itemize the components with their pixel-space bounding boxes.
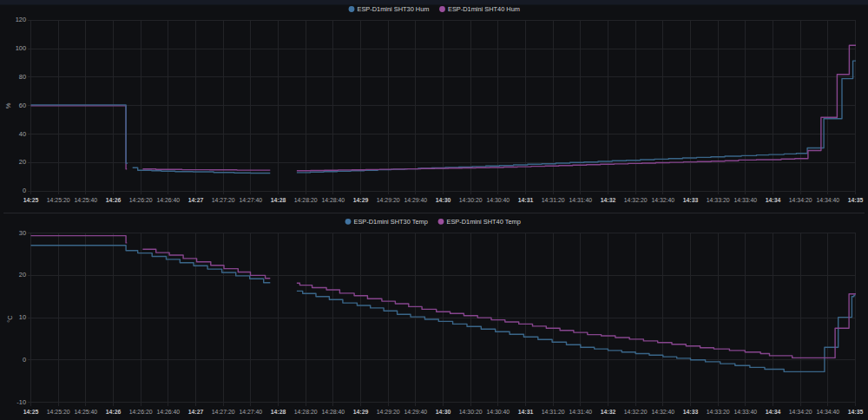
svg-text:14:32:20: 14:32:20 <box>624 197 648 203</box>
svg-text:14:29: 14:29 <box>353 409 369 415</box>
svg-text:14:34:40: 14:34:40 <box>816 409 839 415</box>
svg-text:14:30:40: 14:30:40 <box>486 409 510 415</box>
svg-text:14:29:40: 14:29:40 <box>404 197 427 203</box>
svg-text:14:29:20: 14:29:20 <box>377 409 400 415</box>
svg-text:14:32: 14:32 <box>601 197 616 203</box>
svg-text:14:33:20: 14:33:20 <box>707 409 730 415</box>
svg-text:14:28:20: 14:28:20 <box>294 409 318 415</box>
svg-text:14:33:20: 14:33:20 <box>707 197 730 203</box>
svg-text:14:27:20: 14:27:20 <box>212 197 235 203</box>
svg-text:14:31: 14:31 <box>518 409 534 415</box>
svg-text:14:30:20: 14:30:20 <box>459 409 483 415</box>
svg-text:14:35: 14:35 <box>848 409 864 415</box>
svg-text:14:33: 14:33 <box>683 197 699 203</box>
svg-text:14:33:40: 14:33:40 <box>733 409 757 415</box>
svg-text:14:32:40: 14:32:40 <box>651 197 674 203</box>
svg-text:14:31:40: 14:31:40 <box>569 409 592 415</box>
svg-text:10: 10 <box>19 313 26 321</box>
svg-text:14:34:20: 14:34:20 <box>789 197 812 203</box>
svg-text:14:25: 14:25 <box>23 409 39 415</box>
svg-text:14:26:40: 14:26:40 <box>156 197 180 203</box>
svg-text:14:25: 14:25 <box>23 197 39 203</box>
svg-text:14:30: 14:30 <box>436 197 451 203</box>
svg-text:14:26:20: 14:26:20 <box>129 197 153 203</box>
svg-text:14:27: 14:27 <box>188 197 204 203</box>
svg-text:14:26: 14:26 <box>106 197 122 203</box>
svg-text:14:27:20: 14:27:20 <box>212 409 235 415</box>
svg-text:14:25:40: 14:25:40 <box>74 197 97 203</box>
svg-text:14:31:40: 14:31:40 <box>569 197 592 203</box>
svg-text:14:32:40: 14:32:40 <box>651 409 674 415</box>
svg-text:-10: -10 <box>16 398 26 406</box>
svg-text:14:29: 14:29 <box>353 197 369 203</box>
svg-text:14:25:40: 14:25:40 <box>74 409 97 415</box>
svg-text:ESP-D1mini SHT40 Temp: ESP-D1mini SHT40 Temp <box>447 218 521 226</box>
svg-text:%: % <box>4 102 12 108</box>
svg-text:14:28:40: 14:28:40 <box>321 409 345 415</box>
svg-text:100: 100 <box>16 44 26 52</box>
svg-text:14:28:20: 14:28:20 <box>294 197 318 203</box>
svg-text:°C: °C <box>6 315 14 323</box>
svg-text:14:28: 14:28 <box>271 197 286 203</box>
svg-text:14:27: 14:27 <box>188 409 204 415</box>
svg-text:14:33:40: 14:33:40 <box>733 197 757 203</box>
svg-text:14:35: 14:35 <box>848 197 864 203</box>
svg-text:60: 60 <box>19 102 26 109</box>
svg-text:ESP-D1mini SHT30 Hum: ESP-D1mini SHT30 Hum <box>358 5 430 13</box>
svg-text:120: 120 <box>16 16 26 23</box>
svg-text:14:26:20: 14:26:20 <box>129 409 153 415</box>
svg-text:80: 80 <box>19 73 26 81</box>
svg-text:14:27:40: 14:27:40 <box>239 409 262 415</box>
svg-text:0: 0 <box>23 187 26 194</box>
svg-text:ESP-D1mini SHT40 Hum: ESP-D1mini SHT40 Hum <box>448 5 520 13</box>
svg-text:14:25:20: 14:25:20 <box>47 197 70 203</box>
svg-text:14:34: 14:34 <box>766 409 781 415</box>
svg-text:30: 30 <box>19 229 26 237</box>
svg-text:14:33: 14:33 <box>683 409 699 415</box>
svg-text:14:28:40: 14:28:40 <box>321 197 345 203</box>
svg-text:14:34:40: 14:34:40 <box>816 197 839 203</box>
svg-text:14:34: 14:34 <box>766 197 781 203</box>
svg-text:14:25:20: 14:25:20 <box>47 409 70 415</box>
svg-text:14:31: 14:31 <box>518 197 534 203</box>
svg-text:40: 40 <box>19 130 26 138</box>
svg-text:14:31:20: 14:31:20 <box>542 409 565 415</box>
svg-text:14:29:20: 14:29:20 <box>377 197 400 203</box>
svg-text:14:34:20: 14:34:20 <box>789 409 812 415</box>
svg-text:14:30: 14:30 <box>436 409 451 415</box>
svg-text:14:31:20: 14:31:20 <box>542 197 565 203</box>
svg-text:14:27:40: 14:27:40 <box>239 197 262 203</box>
svg-text:14:29:40: 14:29:40 <box>404 409 427 415</box>
svg-text:14:30:40: 14:30:40 <box>486 197 510 203</box>
svg-text:ESP-D1mini SHT30 Temp: ESP-D1mini SHT30 Temp <box>354 218 428 226</box>
svg-text:14:30:20: 14:30:20 <box>459 197 483 203</box>
svg-text:14:26:40: 14:26:40 <box>156 409 180 415</box>
svg-text:20: 20 <box>19 158 26 166</box>
svg-text:14:32: 14:32 <box>601 409 616 415</box>
svg-text:0: 0 <box>23 356 26 364</box>
svg-text:14:26: 14:26 <box>106 409 122 415</box>
svg-text:14:28: 14:28 <box>271 409 286 415</box>
svg-text:20: 20 <box>19 271 26 279</box>
svg-text:14:32:20: 14:32:20 <box>624 409 648 415</box>
